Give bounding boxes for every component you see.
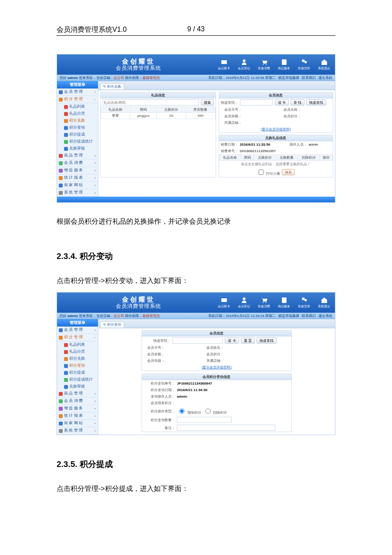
nav-2[interactable]: 礼品列表	[57, 103, 98, 110]
nav-8[interactable]: 兑换审核	[57, 145, 98, 152]
topicon-1[interactable]: 会员登记	[237, 58, 251, 71]
radio-decrease[interactable]: 扣除积分	[203, 407, 227, 415]
topicon-3[interactable]: 商品服务	[277, 296, 291, 309]
topicon-1[interactable]: 会员登记	[237, 296, 251, 309]
svg-rect-0	[221, 60, 227, 64]
role-link[interactable]: 超级管理员	[142, 76, 160, 80]
para-3: 点击积分管理->积分提成，进入如下界面：	[57, 483, 335, 494]
reset-button[interactable]: 重 置	[241, 337, 255, 344]
member-quick-input[interactable]	[240, 99, 273, 106]
nav-icon	[59, 184, 63, 187]
quick-find-button[interactable]: 快速查找	[306, 99, 326, 106]
topicon-3[interactable]: 商品服务	[277, 58, 291, 71]
topicon-2[interactable]: 快速消费	[257, 296, 271, 309]
topicon-4[interactable]: 快速交班	[297, 296, 311, 309]
nav-7[interactable]: 积分提成统计	[57, 138, 98, 145]
nav-12[interactable]: 统 计 报 表+	[57, 174, 98, 182]
topicon-0[interactable]: 会员新卡	[216, 58, 231, 71]
nav-2[interactable]: 礼品列表	[57, 341, 98, 348]
contact-link[interactable]: 联系我们	[302, 314, 316, 318]
topicon-5[interactable]: 系统退出	[317, 296, 331, 309]
nav-14[interactable]: 系 统 管 理+	[57, 189, 98, 197]
tab-active[interactable]: ↻积分变动	[100, 321, 124, 327]
quick-find-button[interactable]: 快速查找	[257, 337, 277, 344]
nav-icon	[64, 119, 68, 123]
print-checkbox[interactable]: 打印小票	[257, 168, 280, 176]
nav-11[interactable]: 增 值 服 务+	[57, 405, 98, 412]
svg-point-12	[302, 297, 304, 300]
read-card-button[interactable]: 读 卡	[275, 99, 289, 106]
topicon-2[interactable]: 快速消费	[257, 58, 271, 71]
nav-icon	[64, 133, 68, 137]
nav-icon	[59, 90, 63, 94]
nav-4[interactable]: 积分兑换	[57, 117, 98, 124]
role-link[interactable]: 超级管理员	[142, 314, 160, 318]
exit-link[interactable]: 退出系统	[318, 314, 332, 318]
nav-icon	[59, 429, 63, 433]
company-link[interactable]: 总公司	[114, 76, 124, 80]
change-amount-input[interactable]	[177, 417, 232, 423]
nav-3[interactable]: 礼品分类	[57, 110, 98, 117]
topicon-0[interactable]: 会员新卡	[216, 296, 231, 309]
remark-input[interactable]	[177, 425, 275, 431]
nav-1[interactable]: 积 分 管 理−	[57, 96, 98, 103]
nav-5[interactable]: 积分变动	[57, 362, 98, 369]
svg-rect-4	[282, 59, 287, 65]
member-detail-link[interactable]: [显示会员详细资料]	[202, 365, 231, 370]
nav-9[interactable]: 商 品 管 理+	[57, 152, 98, 160]
svg-point-8	[243, 297, 245, 300]
svg-point-1	[243, 59, 245, 62]
lock-link[interactable]: 锁定并电脑屏	[278, 314, 299, 318]
nav-13[interactable]: 商 家 网 站+	[57, 182, 98, 189]
nav-icon	[64, 147, 68, 151]
nav-6[interactable]: 积分提成	[57, 131, 98, 138]
nav-5[interactable]: 积分变动	[57, 124, 98, 131]
svg-rect-11	[282, 297, 287, 303]
screenshot-2: 金创耀世 会员消费管理系统 会员新卡会员登记快速消费商品服务快速交班系统退出 您…	[57, 292, 335, 435]
gift-search-input[interactable]	[102, 99, 199, 106]
svg-point-3	[265, 64, 266, 65]
heading-234: 2.3.4. 积分变动	[57, 251, 335, 262]
sys-date: 系统日期：2016年6月21日 11:34:24 星期二	[208, 314, 276, 318]
nav-4[interactable]: 积分兑换	[57, 355, 98, 362]
nav-10[interactable]: 会 员 消 费+	[57, 398, 98, 405]
sidebar: 管理菜单 会 员 管 理+积 分 管 理−礼品列表礼品分类积分兑换积分变动积分提…	[57, 319, 98, 435]
heading-235: 2.3.5. 积分提成	[57, 459, 335, 470]
tab-active[interactable]: ↻积分兑换	[100, 83, 124, 89]
nav-0[interactable]: 会 员 管 理+	[57, 327, 98, 334]
nav-14[interactable]: 系 统 管 理+	[57, 427, 98, 435]
contact-link[interactable]: 联系我们	[302, 76, 316, 80]
nav-icon	[59, 399, 63, 403]
nav-12[interactable]: 统 计 报 表+	[57, 412, 98, 420]
svg-point-2	[263, 64, 264, 65]
find-button[interactable]: 查 找	[291, 99, 304, 106]
nav-0[interactable]: 会 员 管 理+	[57, 89, 98, 96]
member-detail-link[interactable]: [显示会员详细资料]	[261, 127, 291, 132]
nav-1[interactable]: 积 分 管 理−	[57, 334, 98, 341]
nav-10[interactable]: 会 员 消 费+	[57, 160, 98, 167]
read-card-button[interactable]: 读 卡	[225, 337, 239, 344]
company-link[interactable]: 总公司	[114, 314, 124, 318]
lock-link[interactable]: 锁定并电脑屏	[278, 76, 299, 80]
svg-point-6	[304, 61, 307, 63]
nav-7[interactable]: 积分提成统计	[57, 376, 98, 383]
nav-icon	[59, 161, 63, 165]
save-button[interactable]: 保存	[282, 169, 295, 175]
member-panel: 会员信息 快速查找： 读 卡 查 找 快速查找 会员卡号：会员名称：会员余额：会…	[219, 92, 334, 133]
nav-8[interactable]: 兑换审核	[57, 383, 98, 390]
refresh-icon: ↻	[103, 323, 106, 327]
gift-search-button[interactable]: 搜索	[201, 99, 214, 106]
table-row[interactable]: 苹果pingguo20995	[101, 113, 216, 119]
nav-11[interactable]: 增 值 服 务+	[57, 167, 98, 174]
nav-icon	[59, 414, 63, 418]
exit-link[interactable]: 退出系统	[318, 76, 332, 80]
radio-increase[interactable]: 增加积分	[177, 407, 201, 415]
nav-icon	[64, 105, 68, 109]
nav-6[interactable]: 积分提成	[57, 369, 98, 376]
nav-3[interactable]: 礼品分类	[57, 348, 98, 355]
nav-9[interactable]: 商 品 管 理+	[57, 390, 98, 398]
topicon-4[interactable]: 快速交班	[297, 58, 311, 71]
nav-13[interactable]: 商 家 网 站+	[57, 420, 98, 427]
topicon-5[interactable]: 系统退出	[317, 58, 331, 71]
member-quick-input[interactable]	[172, 337, 223, 344]
